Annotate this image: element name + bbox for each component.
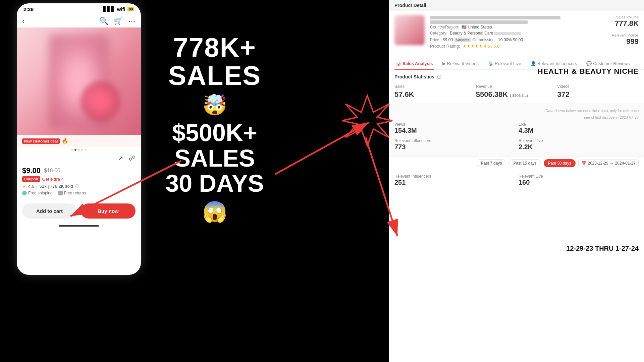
rating-row: Product Rating: ★★★★★ 4.6 / 5.0 (430, 44, 593, 49)
filter-30-days[interactable]: Past 30 days (544, 159, 576, 167)
tab-sales-analysis[interactable]: 📊 Sales Analysis (394, 58, 434, 70)
stat-revenue: $500K+ (144, 120, 285, 146)
stat-revenue: Revenue $506.38K (-$506.3...) (476, 84, 557, 99)
add-to-cart-button[interactable]: Add to cart (22, 203, 77, 219)
stats-grid: Sales 57.6K Revenue $506.38K (-$506.3...… (394, 84, 639, 99)
date-filter-row: Past 7 days Past 15 days Past 30 days 📅 … (389, 157, 644, 170)
price-row: Price: $9.00 Variants Commission: 10.00%… (430, 38, 593, 42)
star-icon: ★ (22, 184, 26, 189)
calendar-icon: 📅 (581, 161, 586, 166)
dot-4 (81, 149, 83, 151)
info-icon-stats: ⓘ (437, 75, 441, 79)
stat-sales-volume: 778K+ (144, 34, 285, 62)
filter-15-days[interactable]: Past 15 days (509, 159, 541, 167)
original-price: $18.00 (44, 168, 60, 174)
emoji-2: 😱 (144, 200, 285, 224)
dot-2 (74, 149, 76, 151)
product-price-section: $9.00 $18.00 Coupon Get extra 4 ★ 4.6 · … (17, 164, 141, 198)
relevant-videos-value: 999 (598, 37, 639, 46)
date-range-picker[interactable]: 📅 2023-12-29 → 2024-01-27 (578, 160, 639, 167)
image-dots (17, 147, 141, 153)
product-detail-panel: Product Detail Country/Region: 🇺🇸 United… (389, 0, 644, 362)
stat-days-label: 30 DAYS (144, 171, 285, 196)
revenue-value: $506.38K (-$506.3...) (476, 90, 552, 99)
stat-sales-label: SALES (144, 62, 285, 90)
sold-count: 61k | 778.2K sold (40, 184, 73, 189)
bookmark-icon[interactable]: ☍ (129, 154, 136, 162)
free-shipping: Free shipping (22, 191, 53, 195)
deal-emoji: 🔥 (62, 138, 68, 144)
product-image-area (17, 27, 141, 135)
sales-analysis-icon: 📊 (396, 61, 401, 66)
share-icon[interactable]: ↗ (118, 154, 123, 162)
center-stats-overlay: 778K+ SALES 🤯 $500K+ SALES 30 DAYS 😱 (144, 34, 285, 227)
inf-live-grid: Relevant Influencers 251 Relevant Live 1… (394, 174, 639, 186)
shipping-icon (22, 191, 27, 195)
free-returns: Free returns (58, 191, 86, 195)
stat-videos: Videos 372 (557, 84, 639, 99)
stat-rel-live: Relevant Live 2.2K (519, 138, 639, 151)
stat-rel-influencers: Relevant Influencers 773 (394, 138, 515, 151)
battery-indicator: 80 (127, 7, 134, 11)
variants-tag[interactable]: Variants (454, 38, 471, 42)
tab-relevant-videos[interactable]: ▶ Relevant Videos (441, 58, 480, 70)
review-count: · (36, 184, 38, 189)
back-icon[interactable]: ‹ (22, 17, 24, 25)
live-count: Relevant Live 160 (519, 174, 639, 186)
sales-volume-label: Sales Volume (598, 15, 639, 19)
date-range-annotation: 12-29-23 THRU 1-27-24 (566, 245, 639, 252)
search-icon[interactable]: 🔍 (99, 17, 108, 25)
signal-icon: ▋▋▋ (103, 6, 115, 12)
filter-7-days[interactable]: Past 7 days (477, 159, 506, 167)
dot-3 (78, 149, 80, 151)
coupon-text: Get extra 4 (42, 177, 64, 182)
relevant-videos-label: Relevant Videos (598, 33, 639, 37)
stat-sales: Sales 57.6K (394, 84, 476, 99)
coupon-badge: Coupon (22, 176, 40, 182)
emoji-1: 🤯 (144, 93, 285, 117)
dot-5 (85, 149, 87, 151)
deal-badge: New customer deal (22, 138, 60, 144)
influencers-icon: 👤 (531, 61, 536, 66)
phone-nav-bar: ‹ 🔍 🛒 ⋯ (17, 15, 141, 27)
svg-line-2 (275, 122, 369, 174)
buy-now-button[interactable]: Buy now (81, 203, 136, 219)
sales-value: 57.6K (394, 90, 471, 99)
niche-label: HEALTH & BEAUTY NICHE (538, 67, 639, 76)
sales-volume-block: Sales Volume 777.8K Relevant Videos 999 (598, 15, 639, 50)
status-icons: ▋▋▋ wifi 80 (103, 6, 134, 12)
svg-marker-4 (342, 96, 392, 146)
data-notice: Data shown below are not official data, … (394, 109, 639, 113)
secondary-stats-section: Data shown below are not official data, … (389, 103, 644, 157)
home-indicator (59, 225, 99, 227)
product-subtitle-blurred (430, 20, 528, 24)
product-action-icons: ↗ ☍ (17, 153, 141, 164)
product-info-row: Country/Region: 🇺🇸 United States Categor… (389, 11, 644, 54)
flag-icon: 🇺🇸 (462, 25, 467, 29)
current-price: $9.00 (22, 166, 41, 175)
more-icon[interactable]: ⋯ (128, 17, 136, 25)
product-meta: Country/Region: 🇺🇸 United States Categor… (430, 15, 593, 50)
stat-like: Like 4.3M (519, 122, 639, 134)
inf-live-stats-row: Relevant Influencers 251 Relevant Live 1… (389, 170, 644, 190)
inf-count: Relevant Influencers 251 (394, 174, 515, 186)
stat-views: Views 154.3M (394, 122, 515, 134)
sales-volume-value: 777.8K (598, 19, 639, 28)
stat-revenue-label: SALES (144, 146, 285, 171)
product-image-blur-2 (80, 81, 121, 121)
tab-relevant-live[interactable]: 📡 Relevant Live (487, 58, 523, 70)
returns-icon (58, 191, 63, 195)
relevant-videos-tab-icon: ▶ (442, 61, 446, 66)
status-bar: 2:28 ▋▋▋ wifi 80 (17, 3, 141, 15)
status-time: 2:28 (23, 6, 34, 12)
starburst (342, 96, 392, 146)
info-icon: ⓘ (75, 184, 79, 189)
product-thumbnail (394, 15, 425, 45)
relevant-live-icon: 📡 (488, 61, 493, 66)
category-row: Category: Beauty & Personal Care (430, 31, 593, 36)
new-customer-deal-banner: New customer deal 🔥 (17, 135, 141, 147)
panel-title: Product Detail (389, 0, 644, 11)
cart-icon[interactable]: 🛒 (114, 17, 123, 25)
first-discovery: Time of first discovery: 2023-07-26 (394, 115, 639, 119)
rating-row: ★ 4.6 · 61k | 778.2K sold ⓘ (22, 184, 136, 189)
